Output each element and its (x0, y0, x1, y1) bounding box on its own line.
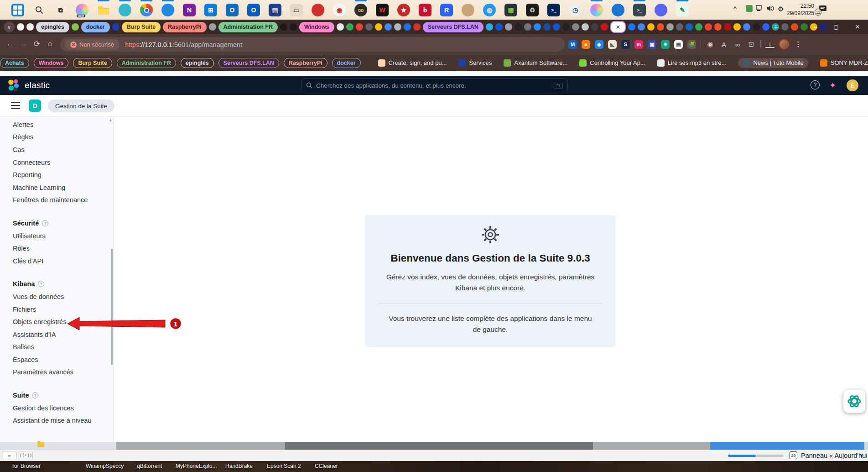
pinned-tab-favicon[interactable] (505, 23, 512, 31)
pinned-tab-favicon[interactable] (337, 23, 344, 31)
pinned-tab-favicon[interactable] (657, 23, 664, 31)
leboncoin-icon[interactable]: oo (354, 4, 367, 16)
powershell-icon[interactable]: >_ (547, 4, 560, 16)
profile-avatar[interactable] (779, 39, 789, 49)
scrollbar-thumb[interactable] (285, 442, 593, 450)
pinned-tab-favicon[interactable] (394, 23, 401, 31)
pinned-tab-favicon[interactable] (209, 23, 216, 31)
home-button[interactable]: ⌂ (45, 39, 56, 48)
pinned-tab-favicon[interactable] (753, 23, 760, 31)
edge-icon[interactable] (119, 4, 131, 16)
pinned-tab-favicon[interactable] (112, 23, 120, 31)
tab-group-raspberrypi[interactable]: RaspberryPi (163, 22, 207, 32)
tab-search-chevron-button[interactable]: v (4, 21, 15, 32)
pinned-tab-favicon[interactable] (534, 23, 541, 31)
sidebar-item-r-gles[interactable]: Règles (0, 131, 114, 144)
tray-green-app-icon[interactable] (746, 5, 753, 12)
breadcrumb[interactable]: Gestion de la Suite (48, 100, 114, 112)
pinned-tab-favicon[interactable] (356, 23, 363, 31)
active-tab-close-icon[interactable]: ✕ (610, 21, 626, 33)
tray-chevron-up-icon[interactable]: ^ (733, 5, 737, 13)
tab-group-serveurs-dfs-lan[interactable]: Serveurs DFS.LAN (423, 22, 483, 32)
sidebar-item-alertes[interactable]: Alertes (0, 118, 114, 131)
pinned-tab-favicon[interactable] (385, 23, 392, 31)
dev-terminal-icon[interactable]: ▦ (504, 4, 517, 16)
desktop-app-label[interactable]: Speccy (106, 463, 124, 469)
pinned-tab-favicon[interactable] (695, 23, 702, 31)
lens-icon[interactable]: ◉ (706, 40, 715, 48)
recycle-app-icon[interactable]: ♻ (526, 4, 539, 16)
rosetta-icon[interactable] (612, 4, 624, 16)
pinned-tab-favicon[interactable] (791, 23, 798, 31)
tab-group-epingl-s[interactable]: epinglés (36, 22, 69, 32)
address-bar[interactable]: ✕ Non sécurisé https://127.0.0.1:5601/ap… (60, 37, 565, 52)
band-slider[interactable] (728, 455, 784, 457)
link-icon[interactable]: ∞ (733, 41, 742, 48)
ai-assistant-icon[interactable]: ✦ (829, 80, 836, 90)
sidebar-item-machine-learning[interactable]: Machine Learning (0, 181, 114, 194)
robot-extension-icon[interactable]: ▣ (648, 40, 656, 49)
desktop-app-label[interactable]: MyPhoneExplo... (176, 463, 217, 469)
pinned-tab-favicon[interactable] (562, 23, 570, 31)
back-button[interactable]: ← (5, 39, 16, 48)
thunderbird-icon[interactable] (161, 4, 174, 16)
tab-group-docker[interactable]: docker (81, 22, 110, 32)
bookmark-group-chip-raspberrypi[interactable]: RaspberryPi (284, 58, 327, 68)
onenote-icon[interactable]: N (183, 4, 196, 16)
desktop-app-label[interactable]: Epson Scan 2 (267, 463, 301, 469)
avast-extension-icon[interactable]: a (582, 40, 590, 49)
pinned-tab-favicon[interactable] (375, 23, 382, 31)
tab-group-administration-fr[interactable]: Administration FR (218, 22, 278, 32)
bookmark-group-chip-docker[interactable]: docker (332, 58, 361, 68)
malwarebytes-extension-icon[interactable]: M (568, 40, 577, 49)
search-icon[interactable] (33, 4, 46, 16)
sidebar-scroll-up-icon[interactable]: ▲ (109, 118, 113, 122)
pinned-tab-favicon[interactable] (543, 23, 551, 31)
doc-extension-icon[interactable]: ▤ (674, 40, 683, 49)
horizontal-scrollbar[interactable] (0, 442, 868, 450)
elastic-logo[interactable] (6, 79, 20, 92)
forward-button[interactable]: → (18, 39, 29, 48)
copilot-icon[interactable] (590, 4, 603, 16)
notification-center-icon[interactable]: 11 (819, 5, 827, 14)
sidebar-item-connecteurs[interactable]: Connecteurs (0, 156, 114, 169)
new-tab-button[interactable]: + (770, 21, 782, 33)
hotspot-shield-icon[interactable]: ◍ (483, 4, 496, 16)
sidebar-item-reporting[interactable]: Reporting (0, 168, 114, 181)
band-collapse-button[interactable]: ⇤ (3, 451, 17, 460)
desktop-app-label[interactable]: CCleaner (315, 463, 338, 469)
bookmark-group-chip-epingl-s[interactable]: epinglés (181, 58, 214, 68)
window-close-button[interactable]: × (848, 20, 867, 34)
window-minimize-button[interactable]: – (806, 20, 825, 34)
pinned-tab-favicon[interactable] (628, 23, 635, 31)
network-icon[interactable] (756, 5, 764, 13)
sidebar-item-balises[interactable]: Balises (0, 341, 114, 354)
kebab-menu-icon[interactable]: ⋮ (794, 40, 803, 48)
bookmark-item[interactable]: Services (458, 59, 492, 67)
sidebar-item-vues-de-donn-es[interactable]: Vues de données (0, 290, 114, 303)
winamp-icon[interactable]: W (376, 4, 389, 16)
betclic-icon[interactable]: b (419, 4, 431, 16)
sidebar-item-fichiers[interactable]: Fichiers (0, 303, 114, 316)
sidebar-item-fen-tres-de-maintenance[interactable]: Fenêtres de maintenance (0, 194, 114, 207)
pinned-tab-favicon[interactable] (365, 23, 373, 31)
bookmark-item[interactable]: News | Tuto Mobile (738, 58, 808, 68)
pinned-tab-favicon[interactable] (591, 23, 598, 31)
sidebar-item-r-les[interactable]: Rôles (0, 242, 114, 255)
notes-editor-icon[interactable]: ✎ (676, 4, 689, 16)
pinned-tab-favicon[interactable] (26, 23, 34, 31)
tab-group-windows[interactable]: Windows (299, 22, 334, 32)
bookmark-item[interactable]: Axantum Software... (504, 59, 567, 67)
pinned-tab-favicon[interactable] (524, 23, 531, 31)
reload-button[interactable]: ⟳ (31, 39, 42, 49)
copilot-m365-icon[interactable]: M365 (76, 4, 88, 16)
pinned-tab-favicon[interactable] (686, 23, 693, 31)
discord-icon[interactable] (655, 4, 667, 16)
pinned-tab-favicon[interactable] (346, 23, 353, 31)
pinned-tab-favicon[interactable] (404, 23, 411, 31)
bookmark-group-chip-achats[interactable]: Achats (0, 58, 29, 68)
sidebar-item-objets-enregistr-s[interactable]: Objets enregistrés (0, 315, 114, 328)
sidebar-item-assistants-d-ia[interactable]: Assistants d'IA (0, 328, 114, 341)
pokerstars-icon[interactable]: ★ (397, 4, 410, 16)
download-icon[interactable]: ↓ (765, 41, 774, 48)
